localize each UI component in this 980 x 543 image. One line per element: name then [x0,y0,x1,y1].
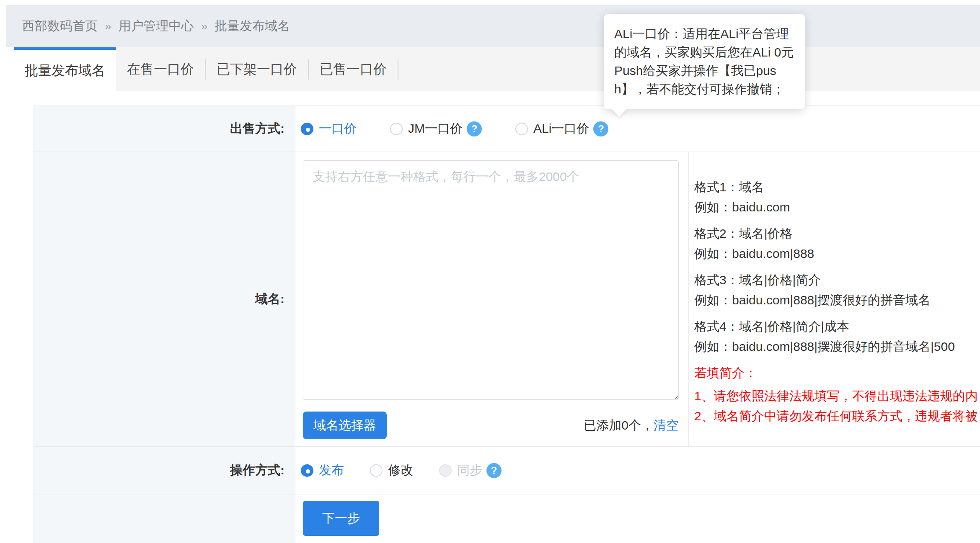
submit-label-spacer [34,494,295,543]
tab-strip: 在售一口价 已下架一口价 已售一口价 [116,47,980,91]
format-3: 格式3：域名|价格|简介 [694,270,978,290]
operation-row: 操作方式: 发布 修改 同步 ? [34,447,980,494]
format-tips: 格式1：域名 例如：baidu.com 格式2：域名|价格 例如：baidu.c… [694,177,978,426]
radio-unselected-icon [390,123,403,135]
radio-selected-icon [301,464,313,477]
warning-title: 若填简介： [694,363,978,383]
format-divider [688,152,689,446]
format-1: 格式1：域名 [694,177,978,197]
format-4: 格式4：域名|价格|简介|成本 [694,317,978,337]
format-3-example: 例如：baidu.com|888|摆渡很好的拼音域名 [694,290,978,310]
intro-warning: 若填简介： 1、请您依照法律法规填写，不得出现违法违规的内 2、域名简介中请勿发… [694,363,978,426]
tab-divider [398,59,398,80]
breadcrumb: 西部数码首页 » 用户管理中心 » 批量发布域名 [6,5,980,47]
breadcrumb-separator-icon: » [201,20,208,33]
tab-sold[interactable]: 已售一口价 [309,60,398,79]
warning-line-1: 1、请您依照法律法规填写，不得出现违法违规的内 [694,386,978,406]
ali-help-icon[interactable]: ? [593,121,608,136]
tab-on-sale[interactable]: 在售一口价 [116,60,205,79]
radio-publish[interactable]: 发布 [301,462,344,479]
breadcrumb-current-page: 批量发布域名 [215,18,290,35]
breadcrumb-home-link[interactable]: 西部数码首页 [22,18,98,35]
format-2: 格式2：域名|价格 [694,224,978,244]
tab-bar: 批量发布域名 在售一口价 已下架一口价 已售一口价 [14,47,980,91]
radio-disabled-icon [439,464,452,477]
radio-sync: 同步 [439,462,482,479]
radio-ali-fixed-price[interactable]: ALi一口价 [515,120,589,137]
breadcrumb-separator-icon: » [105,20,111,33]
radio-unselected-icon [515,123,528,135]
domain-label: 域名: [34,152,295,446]
radio-modify[interactable]: 修改 [370,462,413,479]
radio-unselected-icon [370,464,383,477]
operation-label: 操作方式: [34,447,295,494]
clear-link[interactable]: 清空 [654,418,679,432]
jm-help-icon[interactable]: ? [467,121,482,136]
batch-publish-domain-page: 西部数码首页 » 用户管理中心 » 批量发布域名 批量发布域名 在售一口价 已下… [0,0,980,543]
breadcrumb-user-center-link[interactable]: 用户管理中心 [119,18,194,35]
domain-row: 域名: 域名选择器 已添加0个，清空 格式1：域名 例如：baidu.com 格… [34,152,980,447]
format-2-example: 例如：baidu.com|888 [694,244,978,264]
format-1-example: 例如：baidu.com [694,197,978,217]
ali-help-tooltip: ALi一口价：适用在ALi平台管理的域名，买家购买后您在ALi 0元Push给买… [604,14,805,109]
domain-input[interactable] [303,160,679,400]
tab-off-shelf[interactable]: 已下架一口价 [206,60,308,79]
added-count: 已添加0个，清空 [584,417,679,434]
warning-line-2: 2、域名简介中请勿发布任何联系方式，违规者将被 [694,406,978,426]
next-step-button[interactable]: 下一步 [303,501,379,536]
submit-row: 下一步 [34,494,980,543]
format-4-example: 例如：baidu.com|888|摆渡很好的拼音域名|500 [694,337,978,357]
sync-help-icon[interactable]: ? [486,463,502,478]
sell-method-row: 出售方式: 一口价 JM一口价 ? ALi一口价 [34,106,980,152]
tab-batch-publish[interactable]: 批量发布域名 [14,47,116,91]
radio-jm-fixed-price[interactable]: JM一口价 [390,120,463,137]
radio-fixed-price[interactable]: 一口价 [301,120,357,137]
publish-form: 出售方式: 一口价 JM一口价 ? ALi一口价 [34,106,980,543]
sell-method-label: 出售方式: [34,106,295,152]
radio-selected-icon [301,123,313,135]
tooltip-text: ALi一口价：适用在ALi平台管理的域名，买家购买后您在ALi 0元Push给买… [614,27,794,96]
domain-picker-button[interactable]: 域名选择器 [303,412,387,439]
